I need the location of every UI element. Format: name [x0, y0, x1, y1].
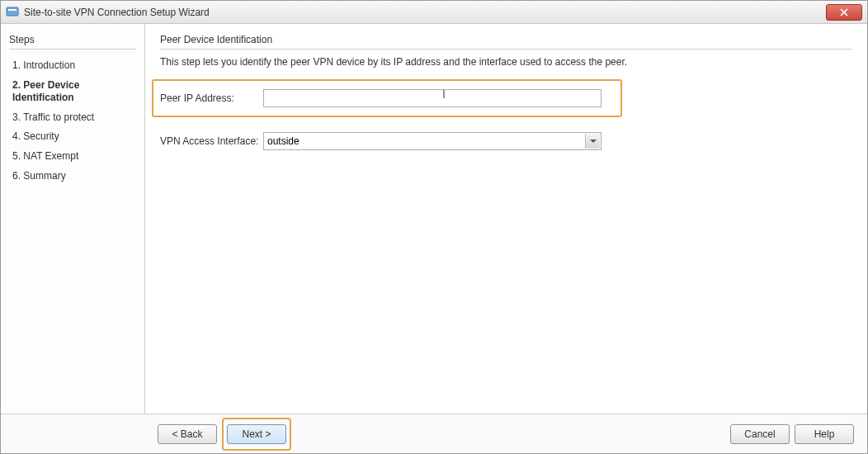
svg-rect-1	[8, 9, 17, 11]
svg-rect-0	[7, 7, 18, 16]
main-panel: Peer Device Identification This step let…	[145, 24, 867, 414]
step-num: 1.	[12, 59, 21, 71]
back-button[interactable]: < Back	[158, 424, 217, 444]
next-button-highlight: Next >	[222, 418, 291, 451]
steps-list: 1. Introduction 2. Peer Device Identific…	[9, 56, 136, 186]
step-label: Summary	[23, 170, 65, 182]
step-introduction[interactable]: 1. Introduction	[9, 56, 136, 76]
step-num: 2.	[12, 79, 21, 91]
peer-ip-row: Peer IP Address: I	[152, 79, 622, 117]
next-button[interactable]: Next >	[227, 424, 286, 444]
step-num: 5.	[12, 150, 21, 162]
panel-title: Peer Device Identification	[160, 34, 852, 50]
step-label: Traffic to protect	[23, 111, 94, 123]
step-num: 6.	[12, 170, 21, 182]
help-button[interactable]: Help	[795, 424, 854, 444]
wizard-window: Site-to-site VPN Connection Setup Wizard…	[0, 0, 868, 454]
step-nat-exempt[interactable]: 5. NAT Exempt	[9, 147, 136, 167]
step-num: 3.	[12, 111, 21, 123]
close-icon	[840, 8, 848, 17]
step-label: Security	[23, 130, 59, 142]
nav-buttons-right: Cancel Help	[730, 424, 854, 444]
steps-heading: Steps	[9, 34, 136, 50]
step-label: Peer Device Identification	[12, 79, 79, 104]
step-label: NAT Exempt	[23, 150, 78, 162]
vpn-access-interface-label: VPN Access Interface:	[160, 135, 263, 147]
app-icon	[6, 6, 19, 19]
vpn-access-interface-select-wrap: outside	[263, 132, 601, 150]
button-bar: < Back Next > Cancel Help	[1, 414, 867, 453]
step-traffic-to-protect[interactable]: 3. Traffic to protect	[9, 108, 136, 128]
content-area: Steps 1. Introduction 2. Peer Device Ide…	[1, 24, 867, 414]
nav-buttons-left: < Back Next >	[158, 418, 291, 451]
close-button[interactable]	[826, 4, 862, 21]
peer-ip-label: Peer IP Address:	[160, 92, 263, 104]
vpn-access-interface-row: VPN Access Interface: outside	[160, 132, 622, 150]
peer-ip-input[interactable]	[263, 89, 601, 107]
step-peer-device-identification[interactable]: 2. Peer Device Identification	[9, 76, 136, 108]
vpn-access-interface-select[interactable]: outside	[263, 132, 601, 150]
step-num: 4.	[12, 130, 21, 142]
step-security[interactable]: 4. Security	[9, 127, 136, 147]
panel-spacer	[160, 165, 852, 414]
cancel-button[interactable]: Cancel	[730, 424, 790, 444]
step-summary[interactable]: 6. Summary	[9, 167, 136, 187]
title-bar: Site-to-site VPN Connection Setup Wizard	[1, 1, 867, 24]
window-title: Site-to-site VPN Connection Setup Wizard	[24, 7, 826, 18]
steps-sidebar: Steps 1. Introduction 2. Peer Device Ide…	[1, 24, 145, 414]
step-label: Introduction	[23, 59, 75, 71]
panel-description: This step lets you identify the peer VPN…	[160, 56, 852, 68]
